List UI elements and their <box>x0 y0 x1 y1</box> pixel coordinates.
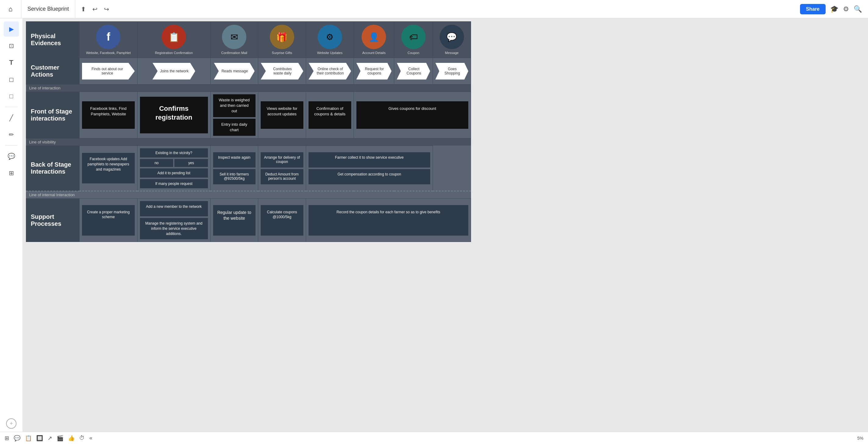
add-tool-button[interactable]: + <box>6 418 17 429</box>
bos-facebook: Facebook updates Add pamphlets to newspa… <box>80 146 137 191</box>
pen-tool[interactable]: ✏ <box>4 127 19 142</box>
ca-chevron-2: Joins the network <box>152 63 195 80</box>
topbar-right: Share 🎓 ⚙ 🔍 <box>800 4 868 14</box>
line-interaction-row: Line of interaction <box>26 85 471 92</box>
pe-item-account: 👤 Account Details <box>354 22 394 58</box>
home-button[interactable]: ⌂ <box>0 0 21 18</box>
ca-online-check: Online check of their contribution <box>306 58 354 85</box>
fos-coupons-box: Confirmation of coupons & details <box>309 101 351 129</box>
grid-icon[interactable]: ⊞ <box>5 435 9 442</box>
fos-confirms-registration: Confirms registration <box>137 92 210 139</box>
bos-inspect: Inspect waste again Sell it into farmers… <box>210 146 258 191</box>
pe-item-mail: ✉ Confirmation Mail <box>210 22 258 58</box>
home-icon: ⌂ <box>8 5 12 13</box>
bos-inspect-box: Inspect waste again <box>213 152 255 168</box>
ca-goes-shopping: Goes Shopping <box>433 58 471 85</box>
sp-member: Add a new member to the network Manage t… <box>137 198 210 242</box>
like-icon[interactable]: 👍 <box>68 435 75 442</box>
pe-message-label: Message <box>445 51 459 55</box>
sp-calculate-box: Calculate coupons @1000/5kg <box>261 205 303 236</box>
bos-farmer-box: Farmer collect it to show service execut… <box>309 152 430 168</box>
fos-confirmation-coupons: Confirmation of coupons & details <box>306 92 354 139</box>
bos-arrange-stack: Arrange for delivery of coupon Deduct Am… <box>261 152 303 184</box>
fos-waste-entry: Waste is weighed and then carried out En… <box>210 92 258 139</box>
sp-update-box: Regular update to the website <box>213 205 255 236</box>
customer-actions-row: Customer Actions Finds out about our ser… <box>26 58 471 85</box>
comment-icon[interactable]: 💬 <box>14 435 21 442</box>
sp-record: Record the coupon details for each farme… <box>306 198 471 242</box>
frame-tool[interactable]: ⊡ <box>4 38 19 53</box>
pe-item-registration: 📋 Registration Confirmation <box>137 22 210 58</box>
line-tool[interactable]: ╱ <box>4 110 19 125</box>
crop-tool[interactable]: ⊞ <box>4 166 19 181</box>
upload-button[interactable]: ⬆ <box>79 3 88 15</box>
bottombar: ⊞ 💬 📋 🔲 ↗ 🎬 👍 ⏱ « 5% <box>0 432 868 444</box>
back-stage-row: Back of Stage Interactions Facebook upda… <box>26 146 471 191</box>
canvas[interactable]: Physical Evidences f Website, Facebook, … <box>23 18 868 432</box>
search-icon[interactable]: 🔍 <box>854 5 862 13</box>
bos-request-box: If many people request <box>140 179 208 188</box>
pe-item-message: 💬 Message <box>433 22 471 58</box>
sp-marketing: Create a proper marketing scheme <box>80 198 137 242</box>
sp-marketing-box: Create a proper marketing scheme <box>82 205 135 236</box>
fos-confirms-box: Confirms registration <box>140 97 208 134</box>
fos-entry-box: Entry into daily chart <box>213 119 255 136</box>
customer-actions-label: Customer Actions <box>26 58 80 85</box>
bos-existing-box: Existing in the vicinity? <box>140 148 208 157</box>
pe-item-updates: ⚙ Website Updates <box>306 22 354 58</box>
pe-coupon-label: Coupon <box>408 51 420 55</box>
comment-tool[interactable]: 💬 <box>4 149 19 164</box>
fos-views-box: Views website for account updates <box>261 101 303 129</box>
cursor-tool[interactable]: ▶ <box>4 21 19 37</box>
support-processes-row: Support Processes Create a proper market… <box>26 198 471 242</box>
bos-arrange: Arrange for delivery of coupon Deduct Am… <box>258 146 306 191</box>
share2-icon[interactable]: ↗ <box>48 435 52 442</box>
ca-reads: Reads message <box>210 58 258 85</box>
bos-inspect-stack: Inspect waste again Sell it into farmers… <box>213 152 255 184</box>
mail-icon: ✉ <box>222 25 246 49</box>
document-title: Service Blueprint <box>21 0 75 18</box>
redo-button[interactable]: ↪ <box>101 3 112 15</box>
undo-button[interactable]: ↩ <box>90 3 100 15</box>
rect-tool[interactable]: □ <box>4 88 19 104</box>
bos-sell-box: Sell it into farmers @92500/5kg <box>213 169 255 184</box>
ca-joins: Joins the network <box>137 58 210 85</box>
bos-arrange-box: Arrange for delivery of coupon <box>261 152 303 168</box>
ca-contributes: Contributes waste daily <box>258 58 306 85</box>
graduation-icon[interactable]: 🎓 <box>830 5 838 13</box>
fos-gives-box: Gives coupons for discount <box>356 101 468 129</box>
bos-farmer: Farmer collect it to show service execut… <box>306 146 433 191</box>
sp-add-member-box: Add a new member to the network <box>140 201 208 216</box>
settings-icon[interactable]: ⚙ <box>843 5 849 13</box>
message-icon: 💬 <box>440 25 464 49</box>
ca-find-out: Finds out about our service <box>80 58 137 85</box>
ca-chevron-7: Collect Coupons <box>397 63 430 80</box>
pe-gifts-label: Surprise Gifts <box>272 51 292 55</box>
share-button[interactable]: Share <box>800 4 826 14</box>
sp-regular-update: Regular update to the website <box>210 198 258 242</box>
bos-no-box: no <box>140 159 173 167</box>
sp-calculate: Calculate coupons @1000/5kg <box>258 198 306 242</box>
fos-views-website: Views website for account updates <box>258 92 306 139</box>
ca-chevron-4: Contributes waste daily <box>261 63 303 80</box>
fos-facebook-box: Facebook links, Find Pamphlets, Website <box>82 101 135 129</box>
zoom-level: 5% <box>857 436 863 441</box>
frame-icon[interactable]: 🔲 <box>36 435 43 442</box>
physical-evidences-row: Physical Evidences f Website, Facebook, … <box>26 22 471 58</box>
collapse-icon[interactable]: « <box>89 435 92 441</box>
clipboard-icon[interactable]: 📋 <box>25 435 32 442</box>
text-tool[interactable]: T <box>4 55 19 70</box>
line-visibility-row: Line of visibility <box>26 138 471 146</box>
sticky-tool[interactable]: ◻ <box>4 72 19 87</box>
fos-gives-coupons: Gives coupons for discount <box>354 92 471 139</box>
bos-compensation-box: Get compensation according to coupon <box>309 169 430 184</box>
bos-facebook-box: Facebook updates Add pamphlets to newspa… <box>82 153 135 183</box>
video-icon[interactable]: 🎬 <box>57 435 63 442</box>
line-interaction-label: Line of interaction <box>26 85 471 92</box>
timer-icon[interactable]: ⏱ <box>79 435 85 441</box>
blueprint-table: Physical Evidences f Website, Facebook, … <box>26 21 471 242</box>
bos-farmer-stack: Farmer collect it to show service execut… <box>309 152 430 184</box>
ca-request-coupons: Request for coupons <box>354 58 394 85</box>
fos-waste-box: Waste is weighed and then carried out <box>213 94 255 117</box>
support-processes-label: Support Processes <box>26 198 80 242</box>
